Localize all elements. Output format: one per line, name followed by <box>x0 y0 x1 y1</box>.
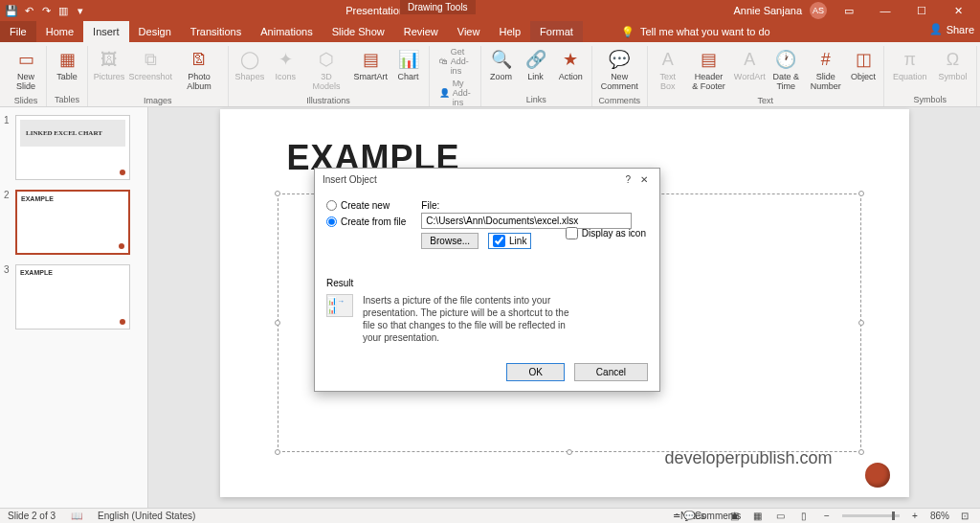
resize-handle[interactable] <box>567 449 572 455</box>
maximize-icon[interactable]: ☐ <box>907 0 936 21</box>
resize-handle[interactable] <box>858 320 864 326</box>
resize-handle[interactable] <box>858 449 864 455</box>
tab-view[interactable]: View <box>448 21 490 42</box>
icons-button[interactable]: ✦Icons <box>271 46 300 94</box>
dialog-title: Insert Object <box>323 174 619 185</box>
tab-insert[interactable]: Insert <box>83 21 129 42</box>
tab-animations[interactable]: Animations <box>251 21 322 42</box>
zoom-slider[interactable] <box>842 514 900 517</box>
comments-button[interactable]: 💬 Comments <box>704 510 720 523</box>
create-new-radio[interactable]: Create new <box>326 200 406 211</box>
new-comment-button[interactable]: 💬New Comment <box>598 46 641 94</box>
reading-view-icon[interactable]: ▭ <box>773 510 789 523</box>
titlebar: 💾 ↶ ↷ ▥ ▾ Presentation1 - PowerPoint Dra… <box>0 0 980 21</box>
spellcheck-icon[interactable]: 📖 <box>71 511 82 521</box>
ok-button[interactable]: OK <box>506 363 564 381</box>
zoom-in-icon[interactable]: + <box>907 510 923 523</box>
smartart-button[interactable]: ▤SmartArt <box>353 46 389 94</box>
link-checkbox[interactable]: Link <box>488 233 531 249</box>
tab-design[interactable]: Design <box>129 21 181 42</box>
ribbon-display-icon[interactable]: ▭ <box>835 0 863 21</box>
screenshot-button[interactable]: ⧉Screenshot <box>130 46 171 94</box>
3d-models-button[interactable]: ⬡3D Models <box>305 46 347 94</box>
slide-sorter-icon[interactable]: ▦ <box>750 510 766 523</box>
fit-to-window-icon[interactable]: ⊡ <box>957 510 972 523</box>
share-button[interactable]: 👤 Share <box>929 23 974 35</box>
undo-icon[interactable]: ↶ <box>23 5 34 16</box>
resize-handle[interactable] <box>275 320 280 326</box>
store-icon: 🛍 <box>439 57 448 66</box>
photo-album-button[interactable]: 🖻Photo Album <box>177 46 222 94</box>
wordart-button[interactable]: AWordArt <box>735 46 764 94</box>
screenshot-icon: ⧉ <box>139 48 162 71</box>
slide-thumb-1[interactable]: 1 LINKED EXCEL CHART <box>4 115 144 180</box>
text-box-icon: A <box>657 48 679 71</box>
language-indicator[interactable]: English (United States) <box>98 511 195 521</box>
redo-icon[interactable]: ↷ <box>40 5 52 16</box>
tab-file[interactable]: File <box>0 21 36 42</box>
my-addins-button[interactable]: 👤My Add-ins <box>435 78 475 108</box>
shapes-icon: ◯ <box>238 48 261 71</box>
contextual-tab-label: Drawing Tools <box>400 0 476 14</box>
save-icon[interactable]: 💾 <box>6 5 17 16</box>
chart-button[interactable]: 📊Chart <box>394 46 423 94</box>
ribbon: ▭ New Slide Slides ▦ Table Tables 🖼Pictu… <box>0 42 980 107</box>
smartart-icon: ▤ <box>359 48 382 71</box>
chart-icon: 📊 <box>397 48 420 71</box>
slide-thumb-3[interactable]: 3 EXAMPLE <box>4 264 144 330</box>
start-slideshow-icon[interactable]: ▥ <box>57 5 69 16</box>
slideshow-view-icon[interactable]: ▯ <box>796 510 812 523</box>
slide-counter[interactable]: Slide 2 of 3 <box>8 511 56 521</box>
text-box-button[interactable]: AText Box <box>654 46 682 94</box>
symbol-icon: Ω <box>942 48 965 71</box>
tab-slideshow[interactable]: Slide Show <box>323 21 394 42</box>
shapes-button[interactable]: ◯Shapes <box>234 46 266 94</box>
normal-view-icon[interactable]: ▣ <box>727 510 743 523</box>
dialog-close-icon[interactable]: ✕ <box>636 174 652 185</box>
date-time-button[interactable]: 🕐Date & Time <box>769 46 802 94</box>
lightbulb-icon: 💡 <box>621 26 635 38</box>
create-from-file-radio[interactable]: Create from file <box>326 216 406 227</box>
tab-transitions[interactable]: Transitions <box>181 21 251 42</box>
dialog-help-icon[interactable]: ? <box>619 174 636 185</box>
object-button[interactable]: ◫Object <box>849 46 878 94</box>
user-name[interactable]: Annie Sanjana <box>733 5 802 16</box>
tab-review[interactable]: Review <box>394 21 448 42</box>
tell-me-search[interactable]: 💡 Tell me what you want to do <box>621 26 770 38</box>
3d-models-icon: ⬡ <box>315 48 338 71</box>
zoom-out-icon[interactable]: − <box>819 510 835 523</box>
resize-handle[interactable] <box>275 449 280 455</box>
equation-button[interactable]: πEquation <box>890 46 930 93</box>
header-footer-button[interactable]: ▤Header & Footer <box>688 46 730 94</box>
slide-number-button[interactable]: #Slide Number <box>808 46 843 94</box>
minimize-icon[interactable]: — <box>871 0 900 21</box>
resize-handle[interactable] <box>858 191 864 196</box>
symbol-button[interactable]: ΩSymbol <box>936 46 970 93</box>
zoom-level[interactable]: 86% <box>930 511 949 521</box>
browse-button[interactable]: Browse... <box>421 233 479 249</box>
slide-panel[interactable]: 1 LINKED EXCEL CHART 2 EXAMPLE 3 EXAMPLE <box>0 107 148 508</box>
zoom-button[interactable]: 🔍Zoom <box>487 46 516 93</box>
tab-format[interactable]: Format <box>530 21 583 42</box>
resize-handle[interactable] <box>275 191 280 196</box>
cancel-button[interactable]: Cancel <box>574 363 648 381</box>
display-as-icon-checkbox[interactable]: Display as icon <box>566 227 646 239</box>
object-icon: ◫ <box>852 48 875 71</box>
qat-more-icon[interactable]: ▾ <box>75 5 86 16</box>
get-addins-button[interactable]: 🛍Get Add-ins <box>435 46 475 77</box>
action-icon: ★ <box>559 48 582 71</box>
table-button[interactable]: ▦ Table <box>53 46 81 93</box>
user-avatar[interactable]: AS <box>810 2 827 19</box>
action-button[interactable]: ★Action <box>556 46 586 93</box>
close-icon[interactable]: ✕ <box>944 0 972 21</box>
link-button[interactable]: 🔗Link <box>522 46 550 93</box>
slide-number-icon: # <box>814 48 837 71</box>
tab-help[interactable]: Help <box>489 21 530 42</box>
zoom-icon: 🔍 <box>490 48 513 71</box>
tab-home[interactable]: Home <box>36 21 83 42</box>
new-slide-button[interactable]: ▭ New Slide <box>11 46 40 94</box>
header-footer-icon: ▤ <box>697 48 720 71</box>
result-description: Inserts a picture of the file contents i… <box>363 294 573 344</box>
slide-thumb-2[interactable]: 2 EXAMPLE <box>4 190 144 255</box>
pictures-button[interactable]: 🖼Pictures <box>94 46 124 94</box>
